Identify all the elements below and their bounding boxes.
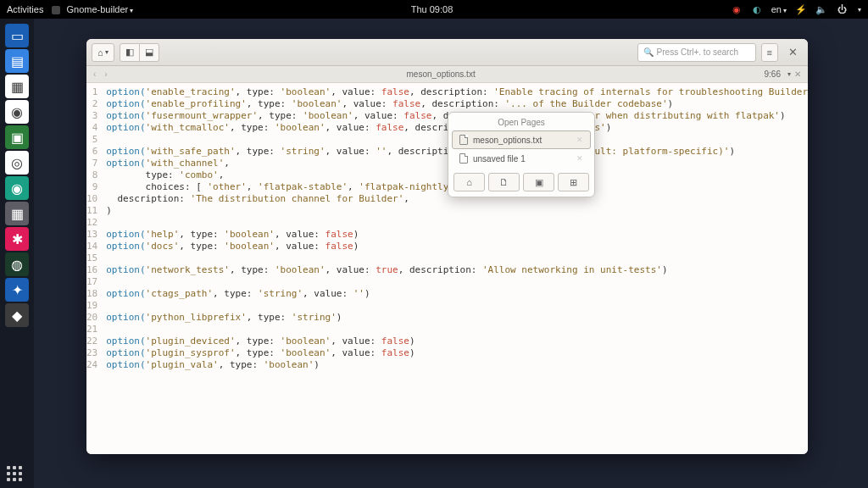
dock-candy[interactable]: ✱: [5, 227, 29, 251]
tab-close-button[interactable]: ✕: [794, 69, 801, 79]
line-number-gutter: 123456789101112131415161718192021222324: [86, 83, 103, 454]
app-menu[interactable]: Gnome-builder▾: [52, 4, 133, 14]
tab-bar: ‹ › meson_options.txt 9:66 ▾ ✕: [86, 66, 808, 83]
popover-split-button[interactable]: ▣: [523, 173, 554, 191]
tab-menu-caret[interactable]: ▾: [787, 70, 791, 78]
dock-calendar[interactable]: ▦: [5, 75, 29, 98]
show-applications-button[interactable]: [7, 466, 22, 481]
close-page-button[interactable]: ✕: [576, 136, 583, 144]
builder-window: ⌂▾ ◧ ⬓ 🔍 Press Ctrl+. to search ≡ ✕ ‹ › …: [86, 39, 808, 454]
clock[interactable]: Thu 09:08: [133, 4, 731, 14]
input-language[interactable]: en▾: [771, 4, 787, 14]
home-button[interactable]: ⌂▾: [92, 43, 114, 62]
dock-settings[interactable]: ◎: [5, 151, 29, 175]
panel-left-toggle[interactable]: ◧: [120, 43, 140, 62]
hamburger-menu[interactable]: ≡: [761, 43, 778, 62]
open-page-label: unsaved file 1: [473, 154, 526, 164]
open-page-item[interactable]: meson_options.txt✕: [452, 130, 591, 149]
popover-title: Open Pages: [448, 113, 594, 130]
panel-bottom-toggle[interactable]: ⬓: [140, 43, 159, 62]
close-page-button[interactable]: ✕: [576, 154, 583, 163]
dock-globe[interactable]: ◍: [5, 252, 29, 276]
dock-calculator[interactable]: ▦: [5, 202, 29, 225]
dock: ▭▤▦◉▣◎◉▦✱◍✦◆: [0, 19, 34, 488]
activities-button[interactable]: Activities: [7, 4, 43, 14]
nav-forward-button[interactable]: ›: [104, 69, 107, 79]
open-pages-popover: Open Pages meson_options.txt✕unsaved fil…: [448, 112, 595, 197]
open-page-label: meson_options.txt: [473, 136, 542, 145]
cursor-position: 9:66: [765, 69, 781, 79]
dock-chrome[interactable]: ◉: [5, 100, 29, 124]
dock-terminal[interactable]: ▣: [5, 125, 29, 149]
headerbar: ⌂▾ ◧ ⬓ 🔍 Press Ctrl+. to search ≡ ✕: [86, 39, 808, 66]
dock-spiral[interactable]: ◉: [5, 176, 29, 200]
nav-back-button[interactable]: ‹: [93, 69, 96, 79]
search-placeholder: Press Ctrl+. to search: [657, 47, 738, 57]
power-icon[interactable]: ⏻: [836, 3, 848, 15]
gnome-topbar: Activities Gnome-builder▾ Thu 09:08 ◉ ◐ …: [0, 0, 868, 19]
document-icon: [459, 153, 468, 164]
popover-grid-button[interactable]: ⊞: [558, 173, 589, 191]
chrome-indicator-icon[interactable]: ◉: [731, 3, 743, 15]
night-indicator-icon[interactable]: ◐: [751, 3, 763, 15]
global-search[interactable]: 🔍 Press Ctrl+. to search: [637, 43, 756, 62]
document-icon: [459, 135, 468, 145]
dock-text-editor[interactable]: ▤: [5, 49, 29, 73]
window-close-button[interactable]: ✕: [783, 46, 803, 58]
system-menu-caret[interactable]: ▾: [858, 6, 861, 14]
popover-new-file-button[interactable]: 🗋: [488, 173, 520, 191]
volume-icon[interactable]: 🔈: [815, 3, 827, 15]
dock-navigator[interactable]: ✦: [5, 278, 29, 302]
dock-inkscape[interactable]: ◆: [5, 303, 29, 327]
dock-files[interactable]: ▭: [5, 24, 29, 47]
search-icon: 🔍: [643, 47, 654, 57]
popover-home-button[interactable]: ⌂: [453, 173, 485, 191]
open-file-title[interactable]: meson_options.txt: [118, 69, 765, 79]
network-icon[interactable]: ⚡: [795, 3, 807, 15]
open-page-item[interactable]: unsaved file 1✕: [452, 149, 591, 168]
